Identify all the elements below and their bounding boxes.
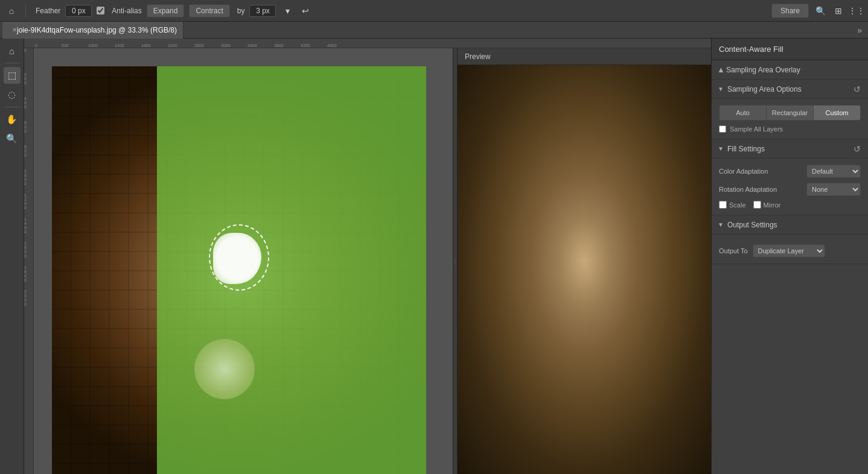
output-to-row: Output To Duplicate Layer Current Layer … — [719, 244, 861, 258]
sampling-options-content: Auto Rectangular Custom Sample All Layer… — [712, 99, 868, 139]
fill-settings-content: Color Adaptation Default None High Rotat… — [712, 159, 868, 215]
panel-title: Content-Aware Fill — [712, 39, 868, 60]
output-settings-section-header[interactable]: ▼ Output Settings — [712, 215, 868, 235]
layout-icon[interactable]: ⊞ — [832, 4, 845, 17]
document-tab-label: joie-9IK4dtqaFow-unsplash.jpg @ 33.3% (R… — [17, 26, 177, 34]
sampling-options-title: Sampling Area Options — [727, 85, 852, 93]
tool-zoom[interactable]: 🔍 — [4, 130, 21, 147]
ruler-tick-4200: 4200 — [299, 43, 326, 48]
tool-separator — [5, 63, 19, 63]
auto-button[interactable]: Auto — [719, 105, 767, 121]
sampling-mode-group: Auto Rectangular Custom — [719, 105, 861, 121]
v-tick-1000: 1000 — [24, 169, 33, 193]
ruler-tick-0: 0 — [34, 43, 60, 48]
grid-icon[interactable]: ⋮⋮ — [850, 4, 863, 17]
scale-mirror-row: Scale Mirror — [719, 201, 861, 209]
mirror-label: Mirror — [764, 201, 781, 209]
preview-image — [458, 65, 711, 474]
output-to-label: Output To — [719, 247, 748, 254]
v-tick-400: 400 — [24, 96, 33, 121]
output-to-select[interactable]: Duplicate Layer Current Layer New Layer — [753, 244, 825, 258]
scale-label: Scale — [729, 201, 746, 209]
rotation-adaptation-select[interactable]: None Low Medium High Full — [806, 183, 861, 196]
panel-divider[interactable]: ⋮ — [453, 48, 458, 474]
sample-all-layers-checkbox[interactable] — [719, 125, 726, 133]
rotation-adaptation-label: Rotation Adaptation — [719, 186, 806, 193]
top-toolbar: ⌂ Feather Anti-alias Expand Contract by … — [0, 0, 868, 22]
dropdown-arrow[interactable]: ▾ — [281, 4, 294, 17]
preview-panel: Preview — [458, 48, 711, 474]
feather-label: Feather — [36, 7, 60, 15]
output-settings-title: Output Settings — [727, 221, 862, 229]
contract-button[interactable]: Contract — [189, 4, 229, 17]
sampling-overlay-section-header[interactable]: ▶ Sampling Area Overlay — [712, 60, 868, 80]
tab-row: ✕ joie-9IK4dtqaFow-unsplash.jpg @ 33.3% … — [0, 22, 868, 39]
document-tab[interactable]: ✕ joie-9IK4dtqaFow-unsplash.jpg @ 33.3% … — [2, 22, 183, 39]
v-tick-1200: 1200 — [24, 193, 33, 217]
tab-collapse-icon[interactable]: » — [854, 25, 866, 35]
ruler-tick-2600: 2600 — [193, 43, 220, 48]
horizontal-ruler: 0 500 1000 1400 1800 2200 2600 3000 3400… — [24, 39, 711, 48]
sampling-options-chevron: ▼ — [718, 86, 724, 92]
tool-separator-2 — [5, 107, 19, 107]
v-tick-2000: 2000 — [24, 289, 33, 314]
custom-button[interactable]: Custom — [814, 105, 861, 121]
panel-title-text: Content-Aware Fill — [719, 45, 783, 54]
ruler-tick-4600: 4600 — [326, 43, 353, 48]
canvas-area: 0 500 1000 1400 1800 2200 2600 3000 3400… — [24, 39, 711, 474]
tab-close-icon[interactable]: ✕ — [12, 27, 17, 33]
feather-input[interactable] — [65, 5, 92, 17]
main-canvas — [52, 66, 426, 474]
mirror-checkbox[interactable] — [753, 201, 761, 209]
main-area: ⌂ ⬚ ◌ ✋ 🔍 0 500 1000 1400 1800 2200 2600… — [0, 39, 868, 474]
tool-hand[interactable]: ✋ — [4, 111, 21, 128]
rotation-adaptation-row: Rotation Adaptation None Low Medium High… — [719, 183, 861, 196]
by-value-input[interactable] — [249, 5, 276, 17]
search-icon[interactable]: 🔍 — [814, 4, 827, 17]
sampling-options-reset-icon[interactable]: ↺ — [852, 83, 862, 95]
v-tick-0: 0 — [24, 48, 33, 72]
fill-settings-section-header[interactable]: ▼ Fill Settings ↺ — [712, 139, 868, 159]
ruler-tick-1000: 1000 — [87, 43, 113, 48]
mirror-item: Mirror — [753, 201, 781, 209]
scale-checkbox[interactable] — [719, 201, 727, 209]
vertical-ruler: 0 200 400 600 800 1000 1200 1400 1600 18… — [24, 48, 34, 474]
anti-alias-label: Anti-alias — [112, 7, 141, 15]
content-aware-fill-panel: Content-Aware Fill ▶ Sampling Area Overl… — [711, 39, 868, 474]
fill-settings-reset-icon[interactable]: ↺ — [852, 143, 862, 155]
ruler-tick-1800: 1800 — [140, 43, 167, 48]
ruler-tick-1400: 1400 — [113, 43, 140, 48]
share-button[interactable]: Share — [771, 4, 809, 18]
by-label: by — [237, 7, 245, 15]
expand-button[interactable]: Expand — [147, 4, 185, 17]
tool-marquee[interactable]: ⬚ — [4, 67, 21, 84]
rectangular-button[interactable]: Rectangular — [767, 105, 814, 121]
v-tick-1400: 1400 — [24, 217, 33, 241]
undo-button[interactable]: ↩ — [299, 4, 312, 17]
sampling-overlay-chevron: ▶ — [717, 68, 724, 72]
scale-item: Scale — [719, 201, 746, 209]
output-settings-content: Output To Duplicate Layer Current Layer … — [712, 235, 868, 264]
content-aware-fill-region — [157, 66, 426, 474]
tool-home[interactable]: ⌂ — [4, 42, 21, 59]
toolbar-separator-1 — [25, 5, 26, 17]
workspace[interactable] — [34, 48, 453, 474]
output-settings-chevron: ▼ — [718, 221, 724, 228]
v-tick-800: 800 — [24, 145, 33, 169]
oculus-light — [194, 339, 255, 399]
home-button[interactable]: ⌂ — [5, 4, 18, 17]
color-adaptation-select[interactable]: Default None High — [806, 165, 861, 178]
sampling-options-section-header[interactable]: ▼ Sampling Area Options ↺ — [712, 80, 868, 99]
ruler-tick-3400: 3400 — [246, 43, 273, 48]
canvas-outer: 0 200 400 600 800 1000 1200 1400 1600 18… — [24, 48, 711, 474]
fill-settings-chevron: ▼ — [718, 145, 724, 152]
tool-lasso[interactable]: ◌ — [4, 86, 21, 103]
preview-header: Preview — [458, 48, 711, 65]
v-tick-1800: 1800 — [24, 265, 33, 289]
left-toolbar: ⌂ ⬚ ◌ ✋ 🔍 — [0, 39, 24, 474]
v-tick-600: 600 — [24, 121, 33, 145]
ruler-tick-2200: 2200 — [167, 43, 193, 48]
preview-rotunda-bg — [458, 65, 711, 474]
anti-alias-checkbox[interactable] — [97, 7, 104, 14]
fill-settings-title: Fill Settings — [727, 145, 852, 153]
